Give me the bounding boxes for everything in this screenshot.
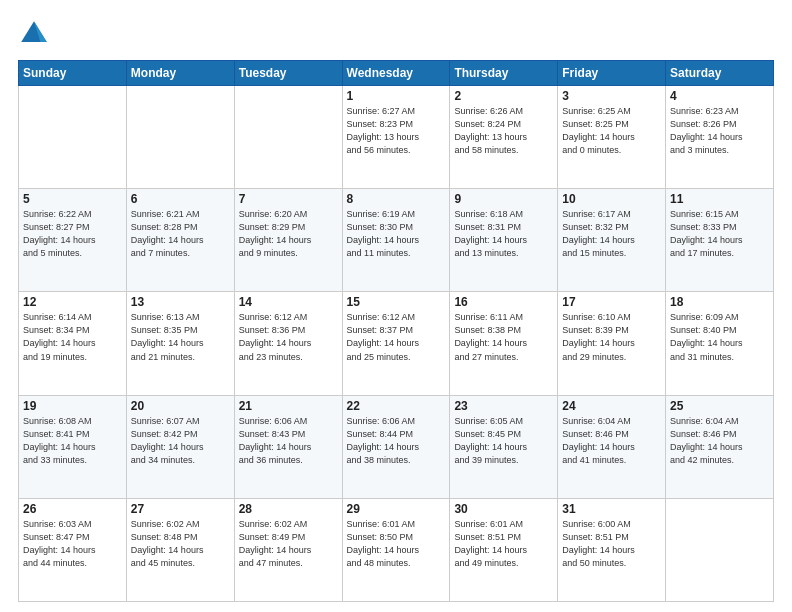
day-number: 26 bbox=[23, 502, 122, 516]
weekday-header-thursday: Thursday bbox=[450, 61, 558, 86]
calendar-cell: 17Sunrise: 6:10 AM Sunset: 8:39 PM Dayli… bbox=[558, 292, 666, 395]
day-number: 23 bbox=[454, 399, 553, 413]
day-number: 16 bbox=[454, 295, 553, 309]
calendar-cell: 2Sunrise: 6:26 AM Sunset: 8:24 PM Daylig… bbox=[450, 86, 558, 189]
day-number: 14 bbox=[239, 295, 338, 309]
day-number: 17 bbox=[562, 295, 661, 309]
week-row-2: 12Sunrise: 6:14 AM Sunset: 8:34 PM Dayli… bbox=[19, 292, 774, 395]
calendar-cell: 1Sunrise: 6:27 AM Sunset: 8:23 PM Daylig… bbox=[342, 86, 450, 189]
calendar-cell: 14Sunrise: 6:12 AM Sunset: 8:36 PM Dayli… bbox=[234, 292, 342, 395]
day-number: 1 bbox=[347, 89, 446, 103]
calendar-cell: 19Sunrise: 6:08 AM Sunset: 8:41 PM Dayli… bbox=[19, 395, 127, 498]
day-info: Sunrise: 6:02 AM Sunset: 8:48 PM Dayligh… bbox=[131, 518, 230, 570]
day-info: Sunrise: 6:22 AM Sunset: 8:27 PM Dayligh… bbox=[23, 208, 122, 260]
day-info: Sunrise: 6:03 AM Sunset: 8:47 PM Dayligh… bbox=[23, 518, 122, 570]
weekday-header-saturday: Saturday bbox=[666, 61, 774, 86]
calendar-cell: 31Sunrise: 6:00 AM Sunset: 8:51 PM Dayli… bbox=[558, 498, 666, 601]
week-row-0: 1Sunrise: 6:27 AM Sunset: 8:23 PM Daylig… bbox=[19, 86, 774, 189]
calendar-cell: 11Sunrise: 6:15 AM Sunset: 8:33 PM Dayli… bbox=[666, 189, 774, 292]
calendar-cell: 15Sunrise: 6:12 AM Sunset: 8:37 PM Dayli… bbox=[342, 292, 450, 395]
calendar-cell: 25Sunrise: 6:04 AM Sunset: 8:46 PM Dayli… bbox=[666, 395, 774, 498]
calendar-cell bbox=[234, 86, 342, 189]
day-number: 7 bbox=[239, 192, 338, 206]
day-info: Sunrise: 6:27 AM Sunset: 8:23 PM Dayligh… bbox=[347, 105, 446, 157]
weekday-header-sunday: Sunday bbox=[19, 61, 127, 86]
day-number: 29 bbox=[347, 502, 446, 516]
calendar-cell: 13Sunrise: 6:13 AM Sunset: 8:35 PM Dayli… bbox=[126, 292, 234, 395]
calendar-cell bbox=[126, 86, 234, 189]
day-info: Sunrise: 6:12 AM Sunset: 8:37 PM Dayligh… bbox=[347, 311, 446, 363]
calendar-cell: 27Sunrise: 6:02 AM Sunset: 8:48 PM Dayli… bbox=[126, 498, 234, 601]
day-info: Sunrise: 6:00 AM Sunset: 8:51 PM Dayligh… bbox=[562, 518, 661, 570]
day-info: Sunrise: 6:18 AM Sunset: 8:31 PM Dayligh… bbox=[454, 208, 553, 260]
day-number: 20 bbox=[131, 399, 230, 413]
weekday-header-tuesday: Tuesday bbox=[234, 61, 342, 86]
calendar-cell: 24Sunrise: 6:04 AM Sunset: 8:46 PM Dayli… bbox=[558, 395, 666, 498]
day-info: Sunrise: 6:25 AM Sunset: 8:25 PM Dayligh… bbox=[562, 105, 661, 157]
day-number: 6 bbox=[131, 192, 230, 206]
day-number: 31 bbox=[562, 502, 661, 516]
day-number: 10 bbox=[562, 192, 661, 206]
calendar-cell: 10Sunrise: 6:17 AM Sunset: 8:32 PM Dayli… bbox=[558, 189, 666, 292]
calendar-cell: 30Sunrise: 6:01 AM Sunset: 8:51 PM Dayli… bbox=[450, 498, 558, 601]
calendar-cell: 6Sunrise: 6:21 AM Sunset: 8:28 PM Daylig… bbox=[126, 189, 234, 292]
week-row-3: 19Sunrise: 6:08 AM Sunset: 8:41 PM Dayli… bbox=[19, 395, 774, 498]
day-info: Sunrise: 6:07 AM Sunset: 8:42 PM Dayligh… bbox=[131, 415, 230, 467]
day-number: 28 bbox=[239, 502, 338, 516]
week-row-1: 5Sunrise: 6:22 AM Sunset: 8:27 PM Daylig… bbox=[19, 189, 774, 292]
day-info: Sunrise: 6:06 AM Sunset: 8:43 PM Dayligh… bbox=[239, 415, 338, 467]
calendar-cell: 21Sunrise: 6:06 AM Sunset: 8:43 PM Dayli… bbox=[234, 395, 342, 498]
calendar-cell: 18Sunrise: 6:09 AM Sunset: 8:40 PM Dayli… bbox=[666, 292, 774, 395]
calendar-cell: 3Sunrise: 6:25 AM Sunset: 8:25 PM Daylig… bbox=[558, 86, 666, 189]
day-number: 21 bbox=[239, 399, 338, 413]
day-number: 8 bbox=[347, 192, 446, 206]
day-number: 30 bbox=[454, 502, 553, 516]
week-row-4: 26Sunrise: 6:03 AM Sunset: 8:47 PM Dayli… bbox=[19, 498, 774, 601]
day-info: Sunrise: 6:26 AM Sunset: 8:24 PM Dayligh… bbox=[454, 105, 553, 157]
weekday-header-row: SundayMondayTuesdayWednesdayThursdayFrid… bbox=[19, 61, 774, 86]
weekday-header-monday: Monday bbox=[126, 61, 234, 86]
day-info: Sunrise: 6:01 AM Sunset: 8:50 PM Dayligh… bbox=[347, 518, 446, 570]
day-info: Sunrise: 6:14 AM Sunset: 8:34 PM Dayligh… bbox=[23, 311, 122, 363]
calendar-cell bbox=[666, 498, 774, 601]
calendar-cell: 5Sunrise: 6:22 AM Sunset: 8:27 PM Daylig… bbox=[19, 189, 127, 292]
day-number: 9 bbox=[454, 192, 553, 206]
logo-icon bbox=[18, 18, 50, 50]
day-number: 4 bbox=[670, 89, 769, 103]
day-number: 2 bbox=[454, 89, 553, 103]
day-number: 24 bbox=[562, 399, 661, 413]
day-info: Sunrise: 6:06 AM Sunset: 8:44 PM Dayligh… bbox=[347, 415, 446, 467]
day-number: 18 bbox=[670, 295, 769, 309]
weekday-header-friday: Friday bbox=[558, 61, 666, 86]
calendar-cell: 7Sunrise: 6:20 AM Sunset: 8:29 PM Daylig… bbox=[234, 189, 342, 292]
calendar-cell bbox=[19, 86, 127, 189]
day-info: Sunrise: 6:11 AM Sunset: 8:38 PM Dayligh… bbox=[454, 311, 553, 363]
day-number: 27 bbox=[131, 502, 230, 516]
logo bbox=[18, 18, 54, 50]
day-number: 22 bbox=[347, 399, 446, 413]
day-info: Sunrise: 6:19 AM Sunset: 8:30 PM Dayligh… bbox=[347, 208, 446, 260]
header bbox=[18, 18, 774, 50]
calendar-cell: 20Sunrise: 6:07 AM Sunset: 8:42 PM Dayli… bbox=[126, 395, 234, 498]
day-info: Sunrise: 6:10 AM Sunset: 8:39 PM Dayligh… bbox=[562, 311, 661, 363]
calendar-cell: 26Sunrise: 6:03 AM Sunset: 8:47 PM Dayli… bbox=[19, 498, 127, 601]
weekday-header-wednesday: Wednesday bbox=[342, 61, 450, 86]
day-info: Sunrise: 6:09 AM Sunset: 8:40 PM Dayligh… bbox=[670, 311, 769, 363]
calendar-cell: 22Sunrise: 6:06 AM Sunset: 8:44 PM Dayli… bbox=[342, 395, 450, 498]
day-number: 5 bbox=[23, 192, 122, 206]
day-info: Sunrise: 6:23 AM Sunset: 8:26 PM Dayligh… bbox=[670, 105, 769, 157]
calendar-cell: 28Sunrise: 6:02 AM Sunset: 8:49 PM Dayli… bbox=[234, 498, 342, 601]
day-info: Sunrise: 6:05 AM Sunset: 8:45 PM Dayligh… bbox=[454, 415, 553, 467]
day-number: 25 bbox=[670, 399, 769, 413]
day-number: 11 bbox=[670, 192, 769, 206]
day-info: Sunrise: 6:13 AM Sunset: 8:35 PM Dayligh… bbox=[131, 311, 230, 363]
day-number: 3 bbox=[562, 89, 661, 103]
day-info: Sunrise: 6:17 AM Sunset: 8:32 PM Dayligh… bbox=[562, 208, 661, 260]
day-number: 19 bbox=[23, 399, 122, 413]
day-number: 13 bbox=[131, 295, 230, 309]
day-number: 12 bbox=[23, 295, 122, 309]
calendar-cell: 12Sunrise: 6:14 AM Sunset: 8:34 PM Dayli… bbox=[19, 292, 127, 395]
calendar-cell: 16Sunrise: 6:11 AM Sunset: 8:38 PM Dayli… bbox=[450, 292, 558, 395]
day-info: Sunrise: 6:04 AM Sunset: 8:46 PM Dayligh… bbox=[562, 415, 661, 467]
page: SundayMondayTuesdayWednesdayThursdayFrid… bbox=[0, 0, 792, 612]
